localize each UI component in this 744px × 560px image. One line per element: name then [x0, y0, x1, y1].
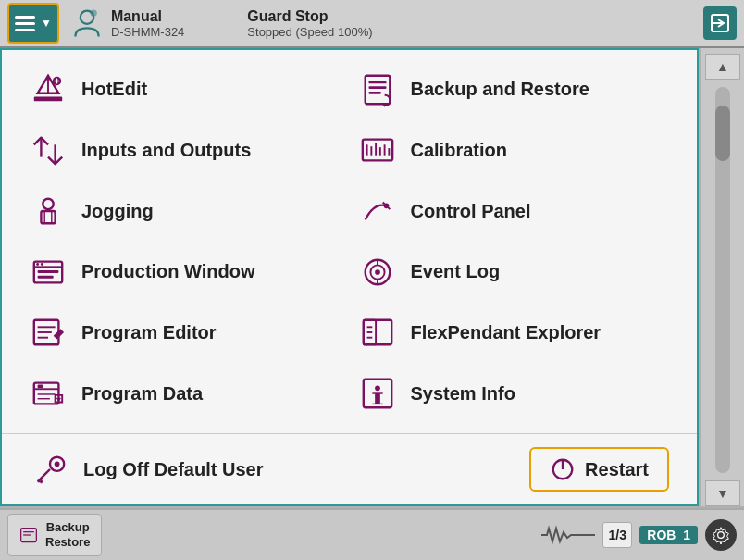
svg-rect-34 [38, 270, 59, 273]
gear-icon [712, 526, 730, 544]
scroll-down-button[interactable]: ▼ [705, 480, 740, 506]
menu-item-event-log[interactable]: Event Log [350, 242, 679, 303]
menu-item-hotedit[interactable]: HotEdit [20, 59, 350, 120]
system-info-label: System Info [411, 383, 515, 404]
flexpendant-explorer-label: FlexPendant Explorer [411, 322, 601, 343]
inputs-outputs-label: Inputs and Outputs [81, 140, 251, 161]
restart-icon [550, 456, 576, 482]
hotedit-label: HotEdit [81, 79, 147, 100]
svg-rect-5 [34, 96, 62, 101]
speed-label: Stopped (Speed 100%) [247, 25, 372, 39]
svg-rect-13 [368, 92, 380, 94]
calibration-icon [357, 130, 398, 170]
footer: Backup Restore 1/3 ROB_1 [0, 508, 744, 560]
waveform-icon [539, 521, 595, 549]
production-window-label: Production Window [81, 261, 255, 282]
jogging-label: Jogging [81, 201, 154, 222]
menu-item-program-editor[interactable]: Program Editor [20, 303, 350, 364]
footer-backup-button[interactable]: Backup Restore [7, 514, 102, 555]
header-device-info: Manual D-SHMM-324 [111, 8, 184, 39]
menu-item-program-data[interactable]: Program Data [20, 363, 350, 424]
svg-point-23 [43, 199, 53, 209]
scroll-up-button[interactable]: ▲ [705, 54, 740, 80]
menu-item-backup-restore[interactable]: Backup and Restore [350, 59, 679, 120]
hotedit-icon [28, 69, 68, 110]
menu-item-jogging[interactable]: Jogging [20, 180, 350, 242]
hamburger-icon [15, 16, 35, 31]
scroll-track [715, 87, 730, 473]
page-indicator: 1/3 [602, 522, 632, 548]
scroll-thumb[interactable] [715, 106, 730, 161]
svg-point-70 [718, 532, 725, 539]
backup-icon [19, 526, 38, 544]
menu-item-control-panel[interactable]: Control Panel [350, 180, 679, 242]
control-panel-label: Control Panel [411, 201, 531, 222]
logoff-label: Log Off Default User [83, 459, 263, 480]
menu-item-calibration[interactable]: Calibration [350, 120, 679, 181]
svg-rect-10 [365, 76, 390, 104]
svg-line-62 [38, 469, 50, 481]
chevron-down-icon: ▼ [41, 17, 52, 30]
svg-point-61 [55, 461, 60, 467]
header-device: D-SHMM-324 [111, 25, 184, 39]
scrollbar: ▲ ▼ [701, 48, 744, 506]
control-panel-icon [357, 191, 398, 231]
backup-restore-label: Backup and Restore [411, 79, 589, 100]
svg-rect-24 [41, 211, 55, 223]
svg-rect-35 [38, 276, 54, 279]
guard-stop-label: Guard Stop [247, 8, 372, 25]
user-icon: i [70, 6, 104, 40]
footer-backup-label: Backup Restore [45, 520, 90, 549]
svg-point-32 [36, 263, 39, 266]
svg-rect-57 [375, 393, 380, 404]
menu-item-system-info[interactable]: System Info [350, 363, 679, 424]
header-status: Guard Stop Stopped (Speed 100%) [247, 8, 372, 39]
svg-point-38 [375, 269, 380, 275]
svg-point-33 [41, 263, 43, 266]
system-info-icon [357, 373, 398, 414]
calibration-label: Calibration [411, 140, 507, 161]
program-data-label: Program Data [81, 383, 203, 404]
io-icon [28, 130, 68, 170]
logoff-item[interactable]: Log Off Default User [30, 449, 263, 490]
program-editor-icon [28, 312, 68, 353]
page-fraction: 1/3 [609, 528, 626, 542]
program-editor-label: Program Editor [81, 322, 217, 343]
header-mode: Manual [111, 8, 184, 25]
exit-button[interactable] [703, 6, 737, 40]
key-icon [30, 449, 70, 490]
robot-name-badge: ROB_1 [639, 526, 698, 544]
program-data-icon [28, 373, 68, 414]
production-window-icon [28, 252, 68, 292]
settings-button[interactable] [705, 519, 737, 551]
menu-item-production-window[interactable]: Production Window [20, 242, 350, 303]
menu-grid: HotEdit Backup and Restore [2, 50, 697, 433]
svg-rect-12 [368, 86, 386, 89]
svg-rect-11 [368, 81, 386, 83]
restart-button[interactable]: Restart [529, 447, 669, 492]
explorer-icon [357, 312, 398, 353]
restart-label: Restart [585, 459, 649, 480]
footer-right: 1/3 ROB_1 [539, 519, 737, 551]
svg-text:i: i [92, 9, 93, 18]
exit-icon [709, 12, 731, 34]
menu-button[interactable]: ▼ [7, 3, 59, 44]
menu-bottom: Log Off Default User Restart [2, 433, 697, 504]
event-log-icon [357, 252, 398, 292]
backup-restore-icon [357, 69, 398, 110]
svg-point-56 [375, 386, 380, 392]
header: ▼ i Manual D-SHMM-324 Guard Stop Stopped… [0, 0, 744, 48]
menu-item-flexpendant-explorer[interactable]: FlexPendant Explorer [350, 303, 679, 364]
menu-panel: HotEdit Backup and Restore [0, 48, 699, 506]
jogging-icon [28, 191, 68, 231]
menu-item-inputs-outputs[interactable]: Inputs and Outputs [20, 120, 350, 181]
svg-rect-52 [38, 385, 43, 389]
header-info: i Manual D-SHMM-324 [70, 6, 184, 40]
event-log-label: Event Log [411, 261, 501, 282]
